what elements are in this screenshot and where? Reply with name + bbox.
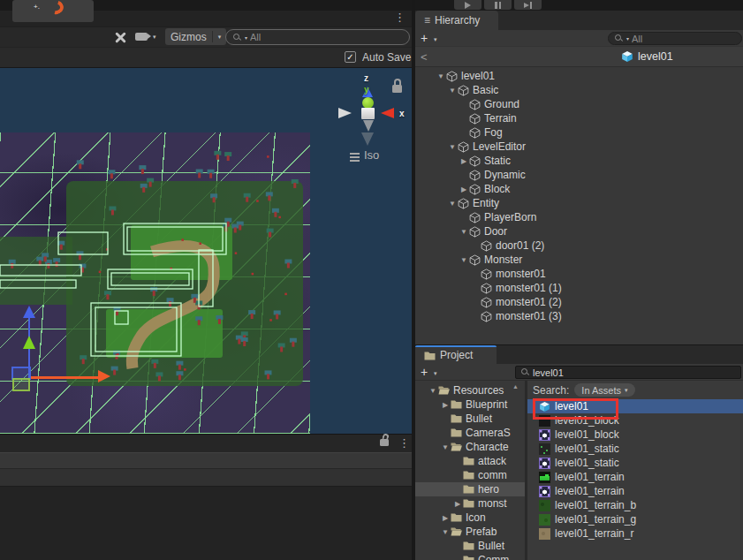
result-row-level01-static-4[interactable]: level01_static <box>527 456 743 470</box>
foldout-open-icon[interactable]: ▼ <box>447 87 458 95</box>
project-search-input[interactable] <box>533 367 736 378</box>
tree-row-monster[interactable]: ▼Monster <box>415 253 743 267</box>
foldout-open-icon[interactable]: ▼ <box>440 443 451 451</box>
move-gizmo-green-plane-handle[interactable] <box>12 378 30 391</box>
hierarchy-create-button[interactable]: + <box>421 32 428 44</box>
result-row-level01-terrain-5[interactable]: level01_terrain <box>527 470 743 484</box>
axis-x-cone[interactable] <box>381 108 394 118</box>
foldout-open-icon[interactable]: ▼ <box>436 72 446 80</box>
foldout-closed-icon[interactable]: ▶ <box>440 514 451 522</box>
foldout-closed-icon[interactable]: ▶ <box>452 500 463 508</box>
tree-row-playerborn[interactable]: PlayerBorn <box>415 210 743 224</box>
project-create-caret-icon[interactable]: ▾ <box>434 370 437 377</box>
scene-search-field[interactable]: ▾ <box>225 29 410 45</box>
play-button[interactable] <box>454 0 481 10</box>
project-create-button[interactable]: + <box>421 366 428 378</box>
pause-button[interactable] <box>484 0 512 10</box>
bottom-panel-kebab-icon[interactable]: ⋮ <box>398 437 410 449</box>
result-row-level01-static-3[interactable]: level01_static <box>527 442 743 456</box>
scene-menu-kebab-icon[interactable]: ⋮ <box>394 11 406 23</box>
foldout-closed-icon[interactable]: ▶ <box>459 157 469 165</box>
result-row-level01-block-2[interactable]: level01_block <box>527 428 743 442</box>
move-gizmo-green-cone[interactable] <box>23 336 35 349</box>
foldout-closed-icon[interactable]: ▶ <box>459 185 469 193</box>
projection-label[interactable]: Iso <box>364 148 379 162</box>
tree-row-dynamic[interactable]: Dynamic <box>415 168 743 182</box>
tree-row-fog[interactable]: Fog <box>415 125 743 140</box>
tree-row-hero[interactable]: hero <box>415 482 525 496</box>
gameobject-cube-icon <box>458 198 469 209</box>
version-badge-button[interactable]: +. <box>12 0 94 22</box>
tools-icon[interactable] <box>113 31 128 43</box>
move-gizmo-x-axis[interactable] <box>29 376 100 379</box>
axis-left-cone[interactable] <box>338 108 352 118</box>
scroll-up-arrow-icon[interactable]: ▲ <box>512 383 519 390</box>
tree-row-ground[interactable]: Ground <box>415 97 743 111</box>
tree-row-prefab[interactable]: ▼Prefab <box>415 525 525 539</box>
tree-row-level01[interactable]: ▼level01 <box>415 69 743 83</box>
row-label: Bullet <box>478 540 504 552</box>
collapsed-bar-2[interactable] <box>0 469 412 487</box>
result-row-level01-terrain-b-7[interactable]: level01_terrain_b <box>527 498 743 512</box>
tree-row-resources[interactable]: ▼Resources <box>415 383 525 397</box>
hierarchy-search-field[interactable]: ▾ <box>608 32 742 45</box>
camera-icon[interactable] <box>135 33 148 41</box>
result-row-level01-terrain-g-8[interactable]: level01_terrain_g <box>527 512 743 526</box>
search-icon <box>614 34 624 43</box>
foldout-open-icon[interactable]: ▼ <box>447 200 458 208</box>
tree-row-entity[interactable]: ▼Entity <box>415 196 743 210</box>
collapsed-bar-1[interactable] <box>0 452 412 469</box>
foldout-open-icon[interactable]: ▼ <box>440 528 451 536</box>
tree-row-monster01-2[interactable]: monster01 (2) <box>415 295 743 309</box>
foldout-open-icon[interactable]: ▼ <box>459 256 469 264</box>
tree-row-monster01[interactable]: monster01 <box>415 267 743 281</box>
gizmos-dropdown[interactable]: Gizmos ▾ <box>165 28 226 45</box>
tree-row-bullet[interactable]: Bullet <box>415 412 525 426</box>
tree-row-block[interactable]: ▶Block <box>415 182 743 196</box>
camera-dropdown-caret-icon[interactable]: ▾ <box>153 34 156 41</box>
tree-row-door01-2[interactable]: door01 (2) <box>415 238 743 253</box>
hierarchy-create-caret-icon[interactable]: ▾ <box>434 36 437 43</box>
foldout-closed-icon[interactable]: ▶ <box>440 401 451 409</box>
scene-viewport[interactable]: z y x Iso <box>0 68 412 434</box>
project-search-field[interactable] <box>515 366 741 379</box>
gameobject-cube-icon <box>469 226 481 238</box>
search-scope-dropdown[interactable]: In Assets ▾ <box>574 383 634 397</box>
tree-row-comm[interactable]: Comm <box>415 553 525 560</box>
tree-row-bullet[interactable]: Bullet <box>415 539 525 553</box>
hierarchy-tree: ▼level01▼BasicGroundTerrainFog▼LevelEdit… <box>415 67 743 344</box>
axis-down-cone[interactable] <box>363 120 374 132</box>
foldout-open-icon[interactable]: ▼ <box>459 228 469 236</box>
tree-row-static[interactable]: ▶Static <box>415 154 743 168</box>
step-button[interactable] <box>514 0 542 10</box>
tree-row-door[interactable]: ▼Door <box>415 224 743 238</box>
tree-row-monster01-3[interactable]: monster01 (3) <box>415 309 743 323</box>
foldout-open-icon[interactable]: ▼ <box>428 387 438 395</box>
auto-save-checkbox[interactable]: ✓ <box>345 51 356 63</box>
result-row-level01-terrain-r-9[interactable]: level01_terrain_r <box>527 526 743 541</box>
scene-search-input[interactable] <box>250 32 403 42</box>
breadcrumb[interactable]: level01 <box>621 50 673 63</box>
tree-row-icon[interactable]: ▶Icon <box>415 511 525 525</box>
search-filter-caret-icon: ▾ <box>626 35 629 42</box>
tree-row-basic[interactable]: ▼Basic <box>415 83 743 97</box>
tree-row-comm[interactable]: comm <box>415 468 525 482</box>
search-results-header: Search: In Assets ▾ <box>527 381 743 399</box>
tree-row-leveleditor[interactable]: ▼LevelEditor <box>415 140 743 154</box>
tree-row-monster01-1[interactable]: monster01 (1) <box>415 281 743 295</box>
tree-row-cameras[interactable]: CameraS <box>415 426 525 440</box>
hierarchy-search-input[interactable] <box>632 34 736 44</box>
tab-project[interactable]: Project <box>415 345 497 365</box>
breadcrumb-back-button[interactable]: < <box>421 50 428 64</box>
tree-row-blueprint[interactable]: ▶Blueprint <box>415 397 525 412</box>
tree-row-characte[interactable]: ▼Characte <box>415 440 525 454</box>
tree-row-terrain[interactable]: Terrain <box>415 111 743 125</box>
orientation-gizmo-cube[interactable] <box>361 108 375 119</box>
tree-row-monst[interactable]: ▶monst <box>415 496 525 511</box>
tab-hierarchy[interactable]: ≡ Hierarchy <box>415 11 498 30</box>
pause-icon <box>495 2 501 9</box>
projection-icon[interactable] <box>350 153 360 163</box>
result-row-level01-terrain-6[interactable]: level01_terrain <box>527 484 743 498</box>
foldout-open-icon[interactable]: ▼ <box>447 143 458 151</box>
tree-row-attack[interactable]: attack <box>415 454 525 468</box>
